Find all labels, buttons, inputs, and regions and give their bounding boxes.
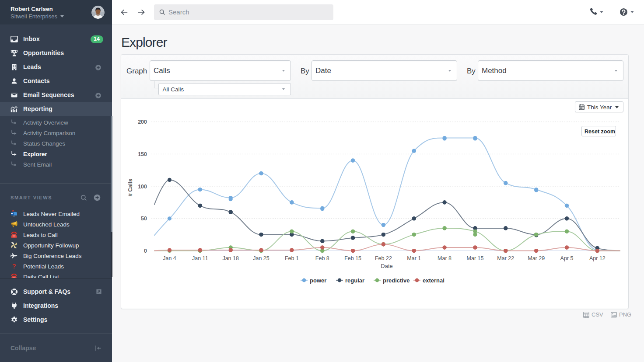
svg-text:Date: Date [381,263,392,269]
svg-text:Feb 8: Feb 8 [315,255,329,261]
svg-text:150: 150 [138,151,147,157]
svg-text:Mar 29: Mar 29 [528,255,545,261]
svg-text:regular: regular [345,277,364,284]
svg-text:Mar 1: Mar 1 [407,255,421,261]
svg-text:50: 50 [141,216,147,222]
svg-text:Feb 1: Feb 1 [285,255,299,261]
svg-text:Feb 15: Feb 15 [344,255,361,261]
svg-text:Mar 15: Mar 15 [467,255,484,261]
svg-text:Apr 12: Apr 12 [589,255,606,261]
svg-text:Apr 5: Apr 5 [560,255,574,261]
svg-text:Jan 18: Jan 18 [222,255,239,261]
svg-text:0: 0 [144,248,147,254]
svg-text:200: 200 [138,119,147,125]
svg-text:Mar 8: Mar 8 [438,255,452,261]
svg-text:?: ? [12,263,16,270]
svg-text:power: power [310,277,326,284]
svg-text:predictive: predictive [383,277,410,284]
svg-text:Feb 22: Feb 22 [375,255,392,261]
svg-text:Jan 25: Jan 25 [253,255,270,261]
svg-text:100: 100 [138,184,147,190]
svg-text:Jan 4: Jan 4 [163,255,176,261]
svg-text:Mar 22: Mar 22 [497,255,514,261]
svg-text:# Calls: # Calls [127,179,133,196]
svg-text:Jan 11: Jan 11 [192,255,208,261]
svg-text:external: external [423,277,444,284]
